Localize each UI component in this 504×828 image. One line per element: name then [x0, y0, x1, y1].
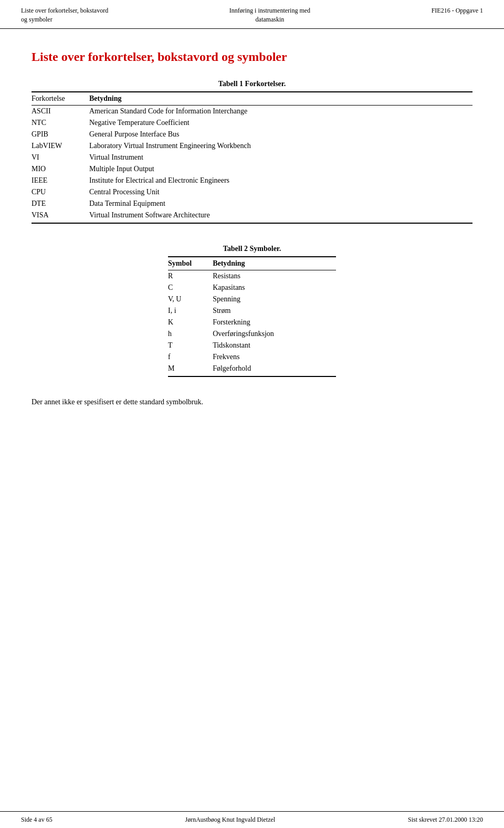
- table2-header-row: Symbol Betydning: [168, 257, 336, 270]
- meaning-cell: Kapasitans: [213, 282, 336, 294]
- table-row: RResistans: [168, 270, 336, 282]
- header-center-line1: Innføring i instrumentering med: [229, 7, 310, 14]
- meaning-cell: Frekvens: [213, 351, 336, 363]
- symbol-cell: K: [168, 317, 213, 328]
- table-row: I, iStrøm: [168, 305, 336, 317]
- meaning-cell: Resistans: [213, 270, 336, 282]
- meaning-cell: Strøm: [213, 305, 336, 317]
- abbrev-cell: CPU: [32, 186, 89, 198]
- meaning-cell: Central Processing Unit: [89, 186, 472, 198]
- page-content: Liste over forkortelser, bokstavord og s…: [0, 29, 504, 427]
- abbrev-cell: MIO: [32, 163, 89, 175]
- abbrev-cell: LabVIEW: [32, 140, 89, 152]
- table-row: hOverføringsfunksjon: [168, 328, 336, 340]
- meaning-cell: Tidskonstant: [213, 340, 336, 351]
- symbol-cell: V, U: [168, 294, 213, 305]
- meaning-cell: Data Terminal Equipment: [89, 198, 472, 209]
- symbol-cell: I, i: [168, 305, 213, 317]
- header-center-line2: datamaskin: [256, 16, 285, 23]
- meaning-cell: Virtual Instrument Software Architecture: [89, 209, 472, 223]
- meaning-cell: American Standard Code for Information I…: [89, 105, 472, 117]
- abbrev-cell: VI: [32, 152, 89, 163]
- table-row: CPUCentral Processing Unit: [32, 186, 472, 198]
- table-row: TTidskonstant: [168, 340, 336, 351]
- table-row: GPIBGeneral Purpose Interface Bus: [32, 129, 472, 140]
- abbrev-cell: VISA: [32, 209, 89, 223]
- abbrev-cell: DTE: [32, 198, 89, 209]
- table1-col2-header: Betydning: [89, 92, 472, 106]
- meaning-cell: Institute for Electrical and Electronic …: [89, 175, 472, 186]
- table2-col2-header: Betydning: [213, 257, 336, 270]
- header-left: Liste over forkortelser, bokstavord og s…: [21, 6, 108, 24]
- table1-title-bold: Tabell 1: [218, 80, 243, 88]
- symbol-cell: h: [168, 328, 213, 340]
- meaning-cell: Negative Temperature Coefficient: [89, 117, 472, 129]
- symbol-cell: T: [168, 340, 213, 351]
- footer-note: Der annet ikke er spesifisert er dette s…: [32, 398, 472, 406]
- meaning-cell: Forsterkning: [213, 317, 336, 328]
- table-row: MIOMultiple Input Output: [32, 163, 472, 175]
- abbrev-cell: ASCII: [32, 105, 89, 117]
- table-row: VIVirtual Instrument: [32, 152, 472, 163]
- table1-header-row: Forkortelse Betydning: [32, 92, 472, 106]
- page-header: Liste over forkortelser, bokstavord og s…: [0, 0, 504, 29]
- table-row: LabVIEWLaboratory Virtual Instrument Eng…: [32, 140, 472, 152]
- table1-title: Tabell 1 Forkortelser.: [32, 80, 472, 88]
- meaning-cell: Laboratory Virtual Instrument Engineerin…: [89, 140, 472, 152]
- meaning-cell: Multiple Input Output: [89, 163, 472, 175]
- symbol-cell: C: [168, 282, 213, 294]
- symbol-cell: R: [168, 270, 213, 282]
- symbol-section: Tabell 2 Symboler. Symbol Betydning RRes…: [32, 245, 472, 377]
- table1-col1-header: Forkortelse: [32, 92, 89, 106]
- header-left-line1: Liste over forkortelser, bokstavord: [21, 7, 108, 14]
- table-row: ASCIIAmerican Standard Code for Informat…: [32, 105, 472, 117]
- table2-title-rest: Symboler.: [248, 245, 281, 253]
- table-row: DTEData Terminal Equipment: [32, 198, 472, 209]
- header-right: FIE216 - Oppgave 1: [432, 6, 483, 15]
- table-row: IEEEInstitute for Electrical and Electro…: [32, 175, 472, 186]
- meaning-cell: Virtual Instrument: [89, 152, 472, 163]
- table-row: MFølgeforhold: [168, 363, 336, 376]
- table-row: V, USpenning: [168, 294, 336, 305]
- table2-col1-header: Symbol: [168, 257, 213, 270]
- abbreviations-table: Forkortelse Betydning ASCIIAmerican Stan…: [32, 91, 472, 224]
- table2-title: Tabell 2 Symboler.: [223, 245, 281, 253]
- abbrev-cell: NTC: [32, 117, 89, 129]
- symbols-table: Symbol Betydning RResistansCKapasitansV,…: [168, 256, 336, 377]
- table2-title-bold: Tabell 2: [223, 245, 248, 253]
- meaning-cell: General Purpose Interface Bus: [89, 129, 472, 140]
- meaning-cell: Følgeforhold: [213, 363, 336, 376]
- symbol-cell: M: [168, 363, 213, 376]
- abbrev-cell: GPIB: [32, 129, 89, 140]
- table-row: VISAVirtual Instrument Software Architec…: [32, 209, 472, 223]
- meaning-cell: Overføringsfunksjon: [213, 328, 336, 340]
- page-title: Liste over forkortelser, bokstavord og s…: [32, 50, 472, 64]
- symbol-cell: f: [168, 351, 213, 363]
- header-left-line2: og symboler: [21, 16, 52, 23]
- meaning-cell: Spenning: [213, 294, 336, 305]
- header-center: Innføring i instrumentering med datamask…: [229, 6, 310, 24]
- table-row: KForsterkning: [168, 317, 336, 328]
- header-right-text: FIE216 - Oppgave 1: [432, 7, 483, 14]
- table1-title-rest: Forkortelser.: [243, 80, 286, 88]
- table-row: CKapasitans: [168, 282, 336, 294]
- abbrev-cell: IEEE: [32, 175, 89, 186]
- table-row: NTCNegative Temperature Coefficient: [32, 117, 472, 129]
- table-row: fFrekvens: [168, 351, 336, 363]
